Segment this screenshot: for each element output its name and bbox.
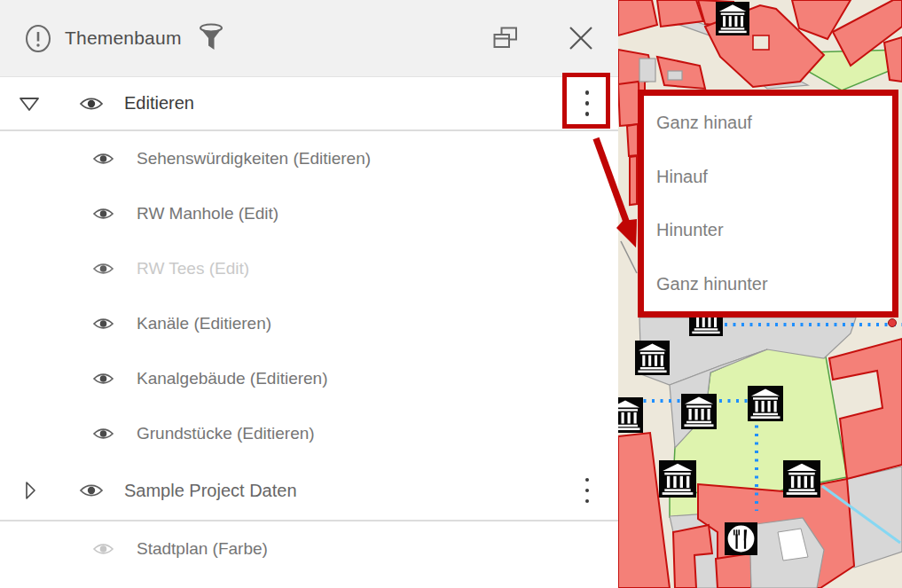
visibility-eye-icon[interactable]: [92, 207, 114, 221]
tree-item-sample-project-daten[interactable]: Sample Project Daten: [0, 461, 618, 520]
museum-icon[interactable]: [681, 394, 717, 429]
tree-item-label: Grundstücke (Editieren): [137, 424, 315, 443]
museum-icon[interactable]: [635, 341, 670, 375]
visibility-eye-icon[interactable]: [92, 262, 114, 276]
tree-item-label: Stadtplan (Farbe): [137, 539, 268, 559]
tree-item-label: RW Tees (Edit): [137, 259, 249, 278]
tree-item-stadtplan[interactable]: Stadtplan (Farbe): [0, 521, 618, 576]
museum-icon[interactable]: [783, 460, 820, 498]
museum-icon[interactable]: [659, 460, 696, 498]
tree-item-sehenswuerdigkeiten[interactable]: Sehenswürdigkeiten (Editieren): [0, 131, 618, 186]
close-icon[interactable]: [569, 26, 593, 51]
menu-item-ganz-hinunter[interactable]: Ganz hinunter: [644, 257, 892, 311]
popout-window-icon[interactable]: [493, 27, 518, 50]
filter-icon[interactable]: [198, 23, 224, 53]
tree-item-label: Kanäle (Editieren): [137, 314, 271, 333]
tree-item-rw-manhole[interactable]: RW Manhole (Edit): [0, 186, 618, 241]
tree-item-label: Sehenswürdigkeiten (Editieren): [137, 149, 371, 169]
visibility-eye-icon[interactable]: [92, 317, 114, 331]
restaurant-icon[interactable]: [725, 522, 757, 555]
tree-item-kanaele[interactable]: Kanäle (Editieren): [0, 296, 618, 351]
panel-header: Themenbaum: [0, 0, 618, 77]
collapse-expanded-icon[interactable]: [18, 93, 41, 114]
tree-item-label: Kanalgebäude (Editieren): [137, 369, 328, 388]
tree-item-label: Editieren: [124, 93, 194, 114]
warning-icon[interactable]: [25, 24, 51, 53]
tree-item-label: RW Manhole (Edit): [137, 204, 278, 223]
layer-context-menu: Ganz hinauf Hinauf Hinunter Ganz hinunte…: [638, 90, 898, 318]
visibility-eye-icon[interactable]: [92, 152, 114, 166]
tree-item-rw-tees[interactable]: RW Tees (Edit): [0, 241, 618, 296]
map-point: [889, 319, 897, 327]
layer-menu-button[interactable]: [582, 473, 593, 509]
menu-item-hinunter[interactable]: Hinunter: [644, 204, 892, 258]
museum-icon[interactable]: [716, 2, 749, 35]
tree-item-editieren[interactable]: Editieren: [0, 77, 618, 129]
tree-item-kanalgebaeude[interactable]: Kanalgebäude (Editieren): [0, 351, 618, 406]
expand-collapsed-icon[interactable]: [23, 480, 35, 501]
museum-icon[interactable]: [618, 397, 643, 433]
menu-item-hinauf[interactable]: Hinauf: [644, 150, 892, 204]
layer-menu-button[interactable]: [582, 85, 593, 122]
visibility-eye-icon[interactable]: [92, 372, 114, 386]
tree-item-label: Sample Project Daten: [124, 481, 297, 501]
museum-icon[interactable]: [748, 386, 783, 421]
visibility-eye-icon[interactable]: [79, 482, 104, 498]
tree-item-grundstuecke[interactable]: Grundstücke (Editieren): [0, 406, 618, 461]
visibility-eye-icon[interactable]: [92, 427, 114, 441]
themenbaum-panel: Themenbaum: [0, 0, 618, 588]
visibility-eye-icon-off[interactable]: [92, 542, 114, 556]
visibility-eye-icon[interactable]: [79, 96, 104, 112]
panel-title: Themenbaum: [65, 27, 182, 49]
menu-item-ganz-hinauf[interactable]: Ganz hinauf: [644, 96, 892, 150]
